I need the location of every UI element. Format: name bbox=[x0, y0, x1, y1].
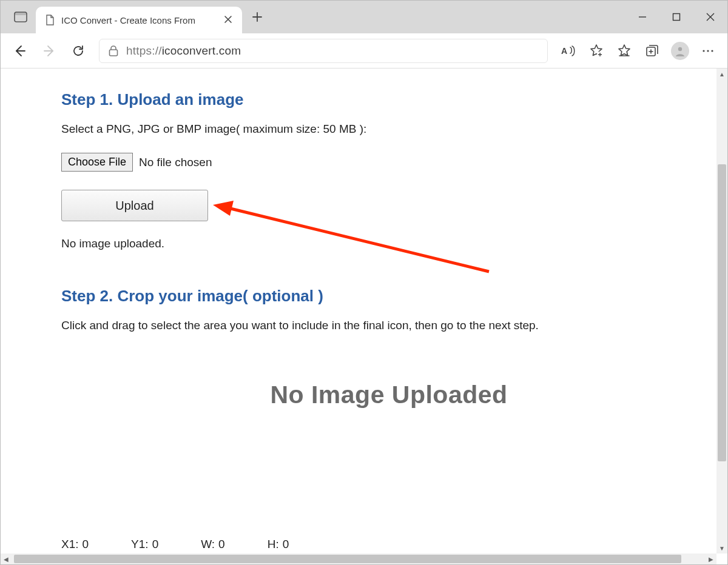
scroll-right-icon[interactable]: ▶ bbox=[706, 553, 716, 564]
read-aloud-icon[interactable]: A bbox=[555, 38, 582, 64]
horizontal-scroll-thumb[interactable] bbox=[14, 555, 681, 563]
tab-close-icon[interactable] bbox=[224, 15, 234, 25]
crop-coordinates: X1:0 Y1:0 W:0 H:0 bbox=[61, 538, 289, 551]
collections-icon[interactable] bbox=[639, 38, 666, 64]
coord-x1-label: X1: bbox=[61, 538, 79, 551]
profile-button[interactable] bbox=[667, 38, 693, 64]
file-chosen-label: No file chosen bbox=[139, 156, 212, 169]
window-maximize-button[interactable] bbox=[659, 1, 693, 33]
svg-point-10 bbox=[711, 50, 713, 52]
upload-button[interactable]: Upload bbox=[61, 190, 208, 221]
coord-x1-value: 0 bbox=[83, 538, 89, 551]
vertical-scrollbar[interactable]: ▲ ▼ bbox=[716, 69, 727, 553]
coord-w-value: 0 bbox=[218, 538, 225, 551]
window-minimize-button[interactable] bbox=[625, 1, 659, 33]
more-menu-icon[interactable] bbox=[695, 38, 721, 64]
url-host: icoconvert.com bbox=[162, 44, 241, 57]
scroll-left-icon[interactable]: ◀ bbox=[1, 553, 12, 564]
browser-window: ICO Convert - Create Icons From bbox=[0, 0, 728, 565]
back-button[interactable] bbox=[7, 38, 33, 64]
address-bar[interactable]: https://icoconvert.com bbox=[99, 39, 548, 63]
page-favicon-icon bbox=[44, 15, 55, 25]
url-scheme: https:// bbox=[126, 44, 162, 57]
forward-button[interactable] bbox=[36, 38, 62, 64]
svg-text:A: A bbox=[561, 46, 567, 56]
add-favorite-icon[interactable] bbox=[583, 38, 610, 64]
step2-instruction: Click and drag to select the area you wa… bbox=[61, 319, 716, 332]
lock-icon bbox=[108, 45, 119, 57]
browser-toolbar: https://icoconvert.com A bbox=[1, 33, 727, 69]
svg-rect-2 bbox=[673, 14, 680, 21]
vertical-scroll-thumb[interactable] bbox=[718, 164, 726, 461]
no-image-placeholder: No Image Uploaded bbox=[61, 381, 716, 409]
coord-w-label: W: bbox=[201, 538, 215, 551]
tab-actions-icon[interactable] bbox=[9, 5, 32, 28]
window-controls bbox=[625, 1, 727, 33]
coord-y1-value: 0 bbox=[152, 538, 159, 551]
svg-point-8 bbox=[703, 50, 704, 52]
step1-heading: Step 1. Upload an image bbox=[61, 90, 716, 109]
svg-rect-1 bbox=[15, 12, 27, 15]
window-close-button[interactable] bbox=[693, 1, 727, 33]
browser-tab[interactable]: ICO Convert - Create Icons From bbox=[36, 7, 242, 33]
avatar-icon bbox=[671, 42, 689, 60]
titlebar: ICO Convert - Create Icons From bbox=[1, 1, 727, 33]
page-content: Step 1. Upload an image Select a PNG, JP… bbox=[1, 69, 716, 553]
step1-instruction: Select a PNG, JPG or BMP image( maximum … bbox=[61, 122, 716, 136]
svg-point-9 bbox=[707, 50, 709, 52]
upload-status: No image uploaded. bbox=[61, 237, 716, 250]
toolbar-right: A bbox=[555, 38, 721, 64]
choose-file-button[interactable]: Choose File bbox=[61, 153, 133, 172]
coord-y1-label: Y1: bbox=[131, 538, 149, 551]
new-tab-button[interactable] bbox=[247, 7, 268, 27]
favorites-icon[interactable] bbox=[611, 38, 638, 64]
scroll-up-icon[interactable]: ▲ bbox=[716, 69, 727, 79]
coord-h-label: H: bbox=[268, 538, 279, 551]
scroll-down-icon[interactable]: ▼ bbox=[716, 543, 727, 553]
url-text: https://icoconvert.com bbox=[126, 44, 241, 58]
coord-h-value: 0 bbox=[283, 538, 289, 551]
svg-rect-3 bbox=[110, 50, 118, 56]
refresh-button[interactable] bbox=[65, 38, 92, 64]
page-viewport: Step 1. Upload an image Select a PNG, JP… bbox=[1, 69, 727, 564]
horizontal-scrollbar[interactable]: ◀ ▶ bbox=[1, 553, 716, 564]
svg-point-7 bbox=[678, 47, 682, 50]
step2-heading: Step 2. Crop your image( optional ) bbox=[61, 287, 716, 306]
tab-title: ICO Convert - Create Icons From bbox=[61, 15, 218, 25]
